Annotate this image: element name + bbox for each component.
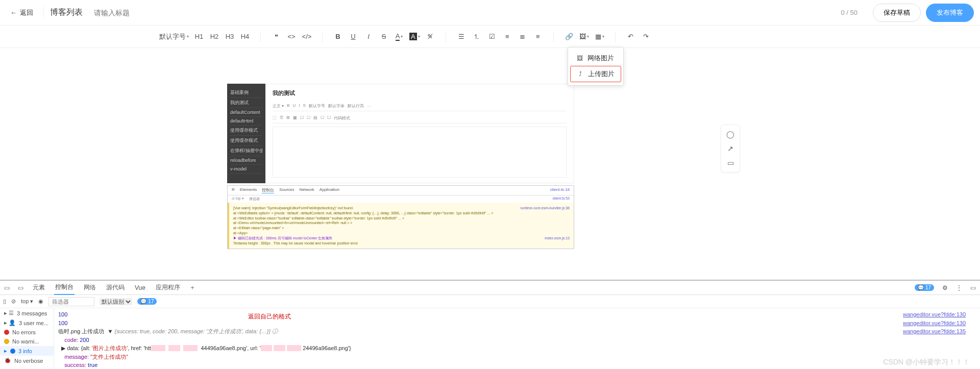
mock-side-item: 我的测试 xyxy=(230,98,262,108)
mock-link: client.ts:18 xyxy=(550,187,570,193)
breadcrumb[interactable]: 博客列表 xyxy=(50,7,83,18)
mock-warn-line: at <ElMain class="page-main" > xyxy=(233,226,570,231)
mock-tb-item: ⬚ xyxy=(273,115,277,121)
upload-icon: ⤴ xyxy=(577,70,584,78)
mock-note: ▶ 编辑已创建完成 : 300ms 后可编辑 model toCenter 生效… xyxy=(233,236,570,241)
mock-tb-item: S xyxy=(303,103,306,109)
inspect-icon[interactable]: ▭ xyxy=(4,284,10,291)
separator xyxy=(260,31,261,42)
embedded-screenshot: 基础案例 我的测试 defaultContent defaultHtml 使用缓… xyxy=(227,84,574,249)
upload-image-item[interactable]: ⤴ 上传图片 xyxy=(570,66,621,82)
filter-count-badge[interactable]: 💬 17 xyxy=(137,298,157,305)
net-image-item[interactable]: 🖼 网络图片 xyxy=(570,51,621,66)
github-icon[interactable]: ◯ xyxy=(725,129,736,139)
level-select[interactable]: 默认级别 xyxy=(100,298,132,305)
add-tab-icon[interactable]: ＋ xyxy=(189,283,195,292)
device-icon[interactable]: ▭ xyxy=(18,284,23,291)
mock-warn: runtime-core.esm-bundler.js:38 [Vue warn… xyxy=(228,203,574,249)
tab-elements[interactable]: 元素 xyxy=(32,281,46,294)
sidebar-warnings[interactable]: No warni... xyxy=(0,337,54,346)
console-output[interactable]: 返回自己的格式 wangeditor.vue?fdde:130100 wange… xyxy=(54,308,980,369)
more-icon[interactable]: ⋮ xyxy=(956,284,962,291)
tab-sources[interactable]: 源代码 xyxy=(105,281,126,294)
mock-sidebar: 基础案例 我的测试 defaultContent defaultHtml 使用缓… xyxy=(227,84,265,183)
eye-icon[interactable]: ◉ xyxy=(38,298,43,305)
strike-button[interactable]: S xyxy=(377,30,391,44)
align-center-button[interactable]: ≣ xyxy=(516,30,530,44)
bold-button[interactable]: B xyxy=(331,30,345,44)
underline-button[interactable]: U xyxy=(346,30,360,44)
mock-tb-item: B xyxy=(287,103,289,109)
redo-button[interactable]: ↷ xyxy=(639,30,653,44)
console-sidebar: ▸ ☰ 3 messages ▸ 👤 3 user me... No error… xyxy=(0,308,54,369)
badge-count: 17 xyxy=(148,299,154,304)
error-icon xyxy=(4,330,9,335)
h3-button[interactable]: H3 xyxy=(223,30,237,44)
quote-button[interactable]: ❝ xyxy=(269,30,283,44)
log-text: ▶ data: {alt: xyxy=(58,345,92,351)
sidebar-info[interactable]: ▸ 3 info xyxy=(0,346,54,356)
undo-button[interactable]: ↶ xyxy=(624,30,638,44)
ol-button[interactable]: ⒈ xyxy=(470,30,484,44)
mock-side-item: 使用缓存模式 xyxy=(230,126,262,136)
editor-canvas[interactable]: ◯ ↗ ▭ 基础案例 我的测试 defaultContent defaultHt… xyxy=(0,48,980,280)
log-key: message: xyxy=(58,354,90,360)
back-button[interactable]: ← 返回 xyxy=(6,6,37,19)
mock-tb-item: ☐ xyxy=(307,115,310,121)
mock-link: client.ts:53 xyxy=(553,196,570,202)
codeblock-button[interactable]: </> xyxy=(300,30,314,44)
bg-color-button[interactable]: A xyxy=(407,30,422,44)
text-color-button[interactable]: A xyxy=(392,30,406,44)
log-text: 临时.png 上传成功 ▼ xyxy=(58,328,115,334)
todo-button[interactable]: ☑ xyxy=(485,30,499,44)
log-key: success: xyxy=(58,362,88,368)
code-button[interactable]: <> xyxy=(284,30,299,44)
mock-tab: 控制台 xyxy=(262,187,274,193)
share-icon[interactable]: ↗ xyxy=(725,143,736,154)
h2-button[interactable]: H2 xyxy=(207,30,222,44)
clear-icon[interactable]: ⊘ xyxy=(11,298,16,305)
publish-button[interactable]: 发布博客 xyxy=(926,4,974,22)
tab-network[interactable]: 网络 xyxy=(83,281,97,294)
table-button[interactable]: ▦ xyxy=(593,30,607,44)
context-select[interactable]: top ▾ xyxy=(21,298,33,305)
mock-tb-item: I xyxy=(299,103,300,109)
mock-tb-item: … xyxy=(367,103,371,109)
ul-button[interactable]: ☰ xyxy=(454,30,469,44)
save-draft-button[interactable]: 保存草稿 xyxy=(873,4,921,22)
log-str: "文件上传成功" xyxy=(90,354,128,360)
gear-icon[interactable]: ⚙ xyxy=(942,284,948,291)
align-right-button[interactable]: ≡ xyxy=(531,30,545,44)
char-counter: 0 / 50 xyxy=(841,9,857,16)
mock-warn-line: at <WeEditor toolbar-class="toolbar" edi… xyxy=(233,216,570,221)
h1-button[interactable]: H1 xyxy=(192,30,206,44)
italic-button[interactable]: I xyxy=(361,30,376,44)
source-link[interactable]: wangeditor.vue?fdde:130 xyxy=(903,310,966,319)
sidebar-errors[interactable]: No errors xyxy=(0,328,54,337)
mock-tab: Sources xyxy=(279,187,294,193)
sidebar-toggle-icon[interactable]: ▯ xyxy=(3,298,6,305)
image-button[interactable]: 🖼 xyxy=(577,30,592,44)
tab-console[interactable]: 控制台 xyxy=(54,280,75,295)
link-button[interactable]: 🔗 xyxy=(562,30,576,44)
sidebar-messages[interactable]: ▸ ☰ 3 messages xyxy=(0,308,54,318)
align-left-button[interactable]: ≡ xyxy=(500,30,514,44)
title-input[interactable] xyxy=(91,6,830,20)
tab-vue[interactable]: Vue xyxy=(134,282,146,294)
filter-input[interactable] xyxy=(48,297,94,306)
sidebar-verbose[interactable]: 🐞 No verbose xyxy=(0,356,54,365)
warning-icon xyxy=(4,339,9,344)
source-link[interactable]: wangeditor.vue?fdde:135 xyxy=(903,327,966,336)
sidebar-usermsg[interactable]: ▸ 👤 3 user me... xyxy=(0,318,54,328)
mock-tab: Application xyxy=(320,187,339,193)
source-link[interactable]: wangeditor.vue?fdde:130 xyxy=(903,319,966,328)
dock-icon[interactable]: ▭ xyxy=(970,284,976,291)
log-text: 24496a96ae8.png'} xyxy=(303,345,351,351)
issues-badge[interactable]: 💬 17 xyxy=(915,284,934,291)
annotation: 返回自己的格式 xyxy=(248,312,291,321)
h4-button[interactable]: H4 xyxy=(238,30,252,44)
book-icon[interactable]: ▭ xyxy=(725,158,736,168)
font-size-select[interactable]: 默认字号 xyxy=(157,30,191,44)
tab-app[interactable]: 应用程序 xyxy=(155,281,181,294)
clear-format-button[interactable]: ✎̸ xyxy=(423,30,437,44)
